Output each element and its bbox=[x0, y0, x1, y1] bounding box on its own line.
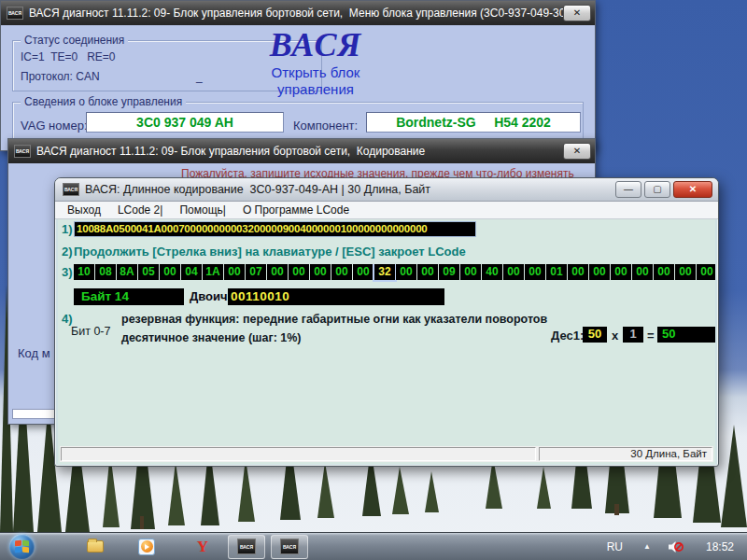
protocol-line: Протокол: CAN bbox=[21, 70, 100, 83]
row2-instruction: Продолжить [Стрелка вниз] на клавиатуре … bbox=[74, 245, 466, 259]
media-player-frame bbox=[138, 539, 155, 555]
menu-item-about[interactable]: О Программе LCode bbox=[234, 203, 358, 217]
hex-byte-cell-19[interactable]: 40 bbox=[482, 264, 502, 280]
folder-icon bbox=[87, 540, 104, 553]
menu-item-exit[interactable]: Выход bbox=[59, 203, 109, 217]
app-icon: ВАСЯ bbox=[14, 145, 31, 158]
app-icon: ВАСЯ bbox=[7, 7, 23, 20]
component-field[interactable]: Bordnetz-SG H54 2202 bbox=[366, 112, 581, 133]
start-flag-icon bbox=[15, 540, 21, 547]
hex-byte-cell-2[interactable]: 8A bbox=[117, 264, 137, 280]
decimal-step-description: десятичное значение (шаг: 1%) bbox=[121, 331, 302, 344]
window-title: ВАСЯ диагност 11.11.2: 09- Блок управлен… bbox=[29, 7, 563, 20]
hex-byte-cell-24[interactable]: 00 bbox=[589, 264, 610, 280]
hex-byte-cell-8[interactable]: 07 bbox=[246, 264, 266, 280]
row4-number: 4) bbox=[62, 312, 73, 326]
hex-byte-cell-16[interactable]: 00 bbox=[417, 264, 438, 280]
close-icon[interactable]: ✕ bbox=[563, 5, 591, 21]
explorer-icon[interactable] bbox=[81, 535, 109, 559]
text-cursor: _ bbox=[196, 70, 203, 83]
media-player-icon[interactable] bbox=[133, 535, 161, 559]
start-flag-icon bbox=[22, 540, 29, 547]
hex-byte-cell-27[interactable]: 00 bbox=[654, 264, 674, 280]
hex-byte-cell-10[interactable]: 00 bbox=[289, 264, 309, 280]
window-title: ВАСЯ диагност 11.11.2: 09- Блок управлен… bbox=[36, 145, 563, 158]
binary-value-field[interactable]: 00110010 bbox=[228, 288, 444, 305]
window-module-menu: ВАСЯ ВАСЯ диагност 11.11.2: 09- Блок упр… bbox=[0, 0, 596, 151]
menu-item-lcode2[interactable]: LCode 2| bbox=[109, 203, 172, 217]
minimize-icon[interactable]: — bbox=[615, 181, 641, 198]
hex-byte-cell-12[interactable]: 00 bbox=[331, 264, 352, 280]
tray-expand-icon[interactable]: ▲ bbox=[643, 542, 651, 551]
hex-byte-cell-9[interactable]: 00 bbox=[267, 264, 288, 280]
long-coding-string-field[interactable]: 10088A0500041A00070000000000320000090040… bbox=[74, 221, 476, 237]
start-button[interactable] bbox=[9, 534, 35, 559]
coding-left-label: Код м bbox=[18, 346, 50, 360]
window-coding-titlebar[interactable]: ВАСЯ ВАСЯ диагност 11.11.2: 09- Блок упр… bbox=[8, 139, 595, 163]
coding-list-corner bbox=[12, 409, 55, 419]
hex-byte-cell-18[interactable]: 00 bbox=[460, 264, 481, 280]
window-module-menu-body: Статус соединения IC=1 TE=0 RE=0 Протоко… bbox=[1, 25, 595, 150]
hex-byte-cell-11[interactable]: 00 bbox=[310, 264, 331, 280]
muted-speaker-icon[interactable] bbox=[668, 539, 684, 554]
controller-info-legend: Сведения о блоке управления bbox=[21, 95, 186, 108]
statusbar-left-cell bbox=[61, 447, 536, 461]
menu-item-help[interactable]: Помощь| bbox=[171, 203, 233, 217]
maximize-icon[interactable]: ▢ bbox=[644, 181, 670, 198]
taskbar-app-button-vasya-2[interactable]: ВАСЯ bbox=[271, 535, 308, 559]
play-triangle-icon bbox=[145, 544, 149, 550]
row3-number: 3) bbox=[62, 265, 73, 279]
result-value-field: 50 bbox=[657, 327, 715, 343]
lcode-statusbar: 30 Длина, Байт bbox=[60, 446, 713, 462]
close-icon[interactable]: ✕ bbox=[563, 143, 591, 160]
close-icon[interactable]: ✕ bbox=[673, 181, 712, 198]
window-lcode: ВАСЯ ВАСЯ: Длинное кодирование 3C0-937-0… bbox=[54, 177, 719, 467]
hex-byte-cell-20[interactable]: 00 bbox=[503, 264, 524, 280]
hex-byte-cell-4[interactable]: 00 bbox=[160, 264, 180, 280]
hex-byte-cell-22[interactable]: 01 bbox=[546, 264, 567, 280]
equals-sign: = bbox=[647, 329, 655, 343]
hex-byte-cell-23[interactable]: 00 bbox=[568, 264, 588, 280]
hex-byte-cell-17[interactable]: 09 bbox=[439, 264, 459, 280]
window-title: ВАСЯ: Длинное кодирование 3C0-937-049-AH… bbox=[85, 183, 613, 196]
connection-status-legend: Статус соединения bbox=[21, 34, 128, 47]
hex-byte-cell-0[interactable]: 10 bbox=[74, 264, 94, 280]
system-tray: RU ▲ 18:52 bbox=[607, 533, 747, 560]
hex-byte-cell-6[interactable]: 1A bbox=[203, 264, 223, 280]
hex-byte-cell-26[interactable]: 00 bbox=[632, 264, 653, 280]
yandex-browser-icon[interactable]: Y bbox=[189, 535, 217, 559]
controller-info-group: Сведения о блоке управления VAG номер: 3… bbox=[12, 102, 584, 143]
window-lcode-titlebar[interactable]: ВАСЯ ВАСЯ: Длинное кодирование 3C0-937-0… bbox=[55, 178, 718, 202]
dec-value-field[interactable]: 50 bbox=[583, 327, 607, 343]
component-label: Компонент: bbox=[293, 119, 358, 133]
multiply-sign: x bbox=[612, 329, 618, 343]
language-indicator[interactable]: RU bbox=[607, 540, 623, 553]
taskbar-app-button-vasya-1[interactable]: ВАСЯ bbox=[228, 535, 265, 559]
desktop: { "win_back": { "title": "ВАСЯ диагност … bbox=[0, 0, 747, 560]
vag-number-field[interactable]: 3C0 937 049 AH bbox=[86, 112, 284, 133]
hex-byte-cell-1[interactable]: 08 bbox=[95, 264, 116, 280]
row1-number: 1) bbox=[62, 222, 73, 236]
hex-byte-cell-13[interactable]: 00 bbox=[353, 264, 374, 280]
statusbar-length-cell: 30 Длина, Байт bbox=[539, 447, 712, 461]
open-controller-label: Открыть блок управления bbox=[255, 64, 376, 98]
lcode-body: 1) 10088A0500041A00070000000000320000090… bbox=[58, 219, 715, 464]
play-circle-icon bbox=[141, 540, 153, 553]
hex-byte-cell-5[interactable]: 04 bbox=[181, 264, 202, 280]
hex-byte-cell-14[interactable]: 32 bbox=[374, 264, 395, 280]
hex-byte-cell-15[interactable]: 00 bbox=[396, 264, 416, 280]
vag-number-label: VAG номер: bbox=[21, 119, 88, 133]
hex-byte-row: 10088A0500041A00070000000000320000090040… bbox=[74, 264, 715, 282]
hex-byte-cell-28[interactable]: 00 bbox=[675, 264, 696, 280]
hex-byte-cell-3[interactable]: 05 bbox=[138, 264, 159, 280]
hex-byte-cell-7[interactable]: 00 bbox=[224, 264, 245, 280]
hex-byte-cell-25[interactable]: 00 bbox=[611, 264, 631, 280]
hex-byte-cell-21[interactable]: 00 bbox=[525, 264, 545, 280]
window-module-menu-titlebar[interactable]: ВАСЯ ВАСЯ диагност 11.11.2: 09- Блок упр… bbox=[1, 1, 595, 25]
hex-byte-cell-29[interactable]: 00 bbox=[697, 264, 715, 280]
app-icon: ВАСЯ bbox=[63, 183, 79, 196]
current-byte-label: Байт 14 bbox=[74, 288, 184, 305]
app-icon: ВАСЯ bbox=[280, 539, 299, 554]
multiplier-field[interactable]: 1 bbox=[623, 327, 643, 343]
taskbar-clock[interactable]: 18:52 bbox=[706, 540, 734, 553]
